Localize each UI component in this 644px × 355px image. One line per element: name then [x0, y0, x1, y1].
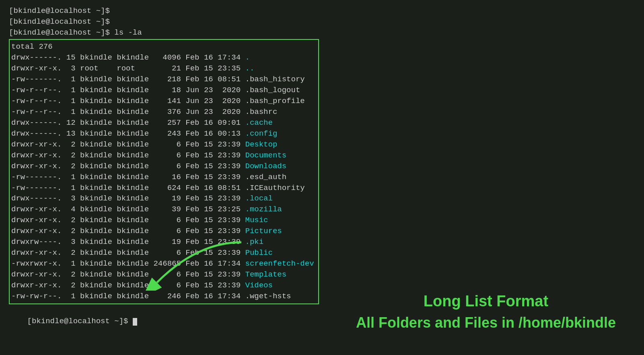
ls-entry: drwxr-xr-x. 2 bkindle bkindle 6 Feb 15 2…: [11, 226, 314, 237]
ls-entry: -rw-r--r--. 1 bkindle bkindle 141 Jun 23…: [11, 96, 314, 107]
annotation-area: Long List Format All Folders and Files i…: [356, 291, 616, 333]
total-line: total 276: [11, 41, 314, 52]
prompt-line-2: [bkindle@localhost ~]$: [9, 17, 635, 27]
ls-entry: drwxr-xr-x. 2 bkindle bkindle 6 Feb 15 2…: [11, 139, 314, 150]
ls-entry: drwxr-xr-x. 2 bkindle bkindle 6 Feb 15 2…: [11, 150, 314, 161]
ls-entry: drwxr-xr-x. 4 bkindle bkindle 39 Feb 15 …: [11, 204, 314, 215]
ls-entry: drwx------. 12 bkindle bkindle 257 Feb 1…: [11, 118, 314, 128]
prompt-line-3: [bkindle@localhost ~]$ ls -la: [9, 27, 635, 38]
ls-entry: -rw-------. 1 bkindle bkindle 218 Feb 16…: [11, 74, 314, 85]
terminal-window: [bkindle@localhost ~]$ [bkindle@localhos…: [0, 0, 644, 355]
ls-entry: -rw-rw-r--. 1 bkindle bkindle 246 Feb 16…: [11, 291, 314, 302]
ls-entry: -rw-------. 1 bkindle bkindle 624 Feb 16…: [11, 183, 314, 194]
ls-entry: drwxr-xr-x. 2 bkindle bkindle 6 Feb 15 2…: [11, 215, 314, 226]
ls-entry: -rw-------. 1 bkindle bkindle 16 Feb 15 …: [11, 172, 314, 183]
prompt-line-1: [bkindle@localhost ~]$: [9, 6, 635, 17]
ls-entry: drwx------. 15 bkindle bkindle 4096 Feb …: [11, 52, 314, 63]
ls-entry: drwxr-xr-x. 2 bkindle bkindle 6 Feb 15 2…: [11, 161, 314, 172]
ls-entry: -rw-r--r--. 1 bkindle bkindle 376 Jun 23…: [11, 107, 314, 118]
ls-entry: -rw-r--r--. 1 bkindle bkindle 18 Jun 23 …: [11, 85, 314, 96]
cursor: [133, 318, 137, 326]
annotation-line1: Long List Format: [356, 291, 616, 312]
ls-entry: drwxr-xr-x. 3 root root 21 Feb 15 23:35 …: [11, 63, 314, 74]
arrow-graphic: [125, 238, 245, 291]
ls-entry: drwx------. 13 bkindle bkindle 243 Feb 1…: [11, 128, 314, 139]
annotation-line2: All Folders and Files in /home/bkindle: [356, 312, 616, 333]
ls-entry: drwx------. 3 bkindle bkindle 19 Feb 15 …: [11, 193, 314, 204]
